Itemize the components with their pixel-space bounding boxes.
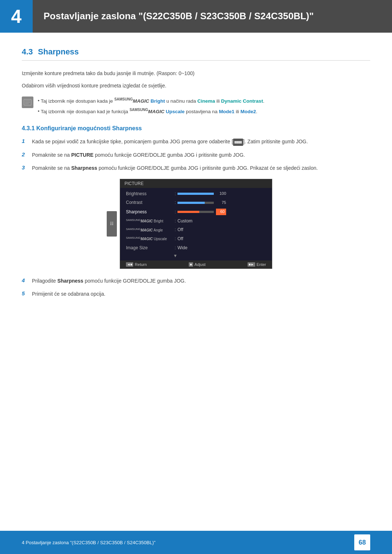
page-footer: 4 Postavljanje zaslona "(S22C350B / S23C… xyxy=(0,531,392,554)
step-4: 4 Prilagodite Sharpness pomoću funkcije … xyxy=(22,277,370,285)
osd-container: ☷ PICTURE Brightness : 100 xyxy=(22,179,370,269)
osd-num-sharpness: 60 xyxy=(216,209,226,215)
osd-label-bright: SAMSUNGMAGIC Bright xyxy=(126,218,173,224)
osd-row-upscale: SAMSUNGMAGIC Upscale : Off xyxy=(120,234,272,243)
osd-sep-1: : xyxy=(173,191,177,197)
step-number-4: 4 xyxy=(22,277,28,283)
steps-list: 1 Kada se pojavi vodič za funkcijske tip… xyxy=(22,138,370,172)
osd-bar-fill-contrast xyxy=(177,202,205,204)
step-text-3: Pomaknite se na Sharpness pomoću funkcij… xyxy=(32,164,318,172)
osd-label-sharpness: Sharpness xyxy=(126,209,173,215)
page-number: 68 xyxy=(354,534,370,550)
osd-sep-6: : xyxy=(173,236,177,242)
step-number-3: 3 xyxy=(22,164,28,171)
step-number-2: 2 xyxy=(22,151,28,157)
osd-display: PICTURE Brightness : 100 xyxy=(120,179,272,269)
osd-sep-4: : xyxy=(173,218,177,224)
osd-value-sharpness: 60 xyxy=(177,209,266,215)
osd-label-brightness: Brightness xyxy=(126,191,173,197)
section-number: 4.3 xyxy=(22,47,33,57)
step-text-1: Kada se pojavi vodič za funkcijske tipke… xyxy=(32,138,308,146)
osd-bar-fill-brightness xyxy=(177,193,214,195)
header-banner: 4 Postavljanje zaslona "(S22C350B / S23C… xyxy=(0,0,392,33)
osd-rows: Brightness : 100 Contrast : xyxy=(120,188,272,260)
subsection-heading: 4.3.1 Konfiguriranje mogućnosti Sharpnes… xyxy=(22,125,370,132)
osd-title: PICTURE xyxy=(120,179,272,188)
osd-bar-sharpness xyxy=(177,211,214,213)
main-content: 4.3 Sharpness Izmijenite konture predmet… xyxy=(0,33,392,332)
step-5: 5 Primijenit će se odabrana opcija. xyxy=(22,290,370,298)
osd-sep-2: : xyxy=(173,200,177,206)
adjust-icon: ■ xyxy=(189,262,193,267)
step-number-5: 5 xyxy=(22,290,28,296)
osd-value-contrast: 75 xyxy=(177,200,266,205)
osd-row-sharpness: Sharpness : 60 xyxy=(120,207,272,216)
osd-bar-brightness xyxy=(177,193,214,195)
osd-footer: ◄■ Return ■ Adjust ■► Enter xyxy=(120,260,272,268)
chapter-title: Postavljanje zaslona "(S22C350B / S23C35… xyxy=(33,0,324,33)
osd-val-imagesize: Wide xyxy=(177,245,187,251)
section-heading: 4.3 Sharpness xyxy=(22,47,370,61)
step-text-2: Pomaknite se na PICTURE pomoću funkcije … xyxy=(32,151,245,159)
note-lines: Taj izbornik nije dostupan kada je SAMSU… xyxy=(38,97,264,115)
section-title: Sharpness xyxy=(38,47,79,57)
enter-icon: ■► xyxy=(248,262,255,267)
jog-side-icon: ☷ xyxy=(107,211,117,237)
osd-footer-adjust-label: Adjust xyxy=(195,262,206,267)
osd-row-imagesize: Image Size : Wide xyxy=(120,243,272,253)
osd-row-brightness: Brightness : 100 xyxy=(120,189,272,198)
osd-arrow: ▼ xyxy=(126,253,177,258)
intro-text-2: Odabirom viših vrijednosti konture predm… xyxy=(22,82,370,90)
step-text-4: Prilagodite Sharpness pomoću funkcije GO… xyxy=(32,277,186,285)
chapter-number: 4 xyxy=(0,0,33,33)
note-icon xyxy=(22,97,33,108)
osd-val-angle: Off xyxy=(177,227,183,233)
osd-row-angle: SAMSUNGMAGIC Angle : Off xyxy=(120,225,272,234)
osd-val-upscale: Off xyxy=(177,236,183,242)
jog-icon: ▦▦▦ xyxy=(233,139,243,146)
osd-footer-return: ◄■ Return xyxy=(126,262,147,267)
osd-num-brightness: 100 xyxy=(216,191,226,196)
osd-arrow-row: ▼ xyxy=(120,253,272,259)
osd-row-contrast: Contrast : 75 xyxy=(120,198,272,207)
osd-label-contrast: Contrast xyxy=(126,200,173,206)
step-number-1: 1 xyxy=(22,138,28,144)
step-3: 3 Pomaknite se na Sharpness pomoću funkc… xyxy=(22,164,370,172)
note-box: Taj izbornik nije dostupan kada je SAMSU… xyxy=(22,97,370,115)
osd-num-contrast: 75 xyxy=(216,200,226,205)
osd-bar-fill-sharpness xyxy=(177,211,199,213)
intro-text-1: Izmijenite konture predmeta tako da budu… xyxy=(22,69,370,77)
step-2: 2 Pomaknite se na PICTURE pomoću funkcij… xyxy=(22,151,370,159)
osd-sep-3: : xyxy=(173,209,177,215)
osd-footer-return-label: Return xyxy=(135,262,147,267)
note-line-1: Taj izbornik nije dostupan kada je SAMSU… xyxy=(38,97,264,105)
note-line-2: Taj izbornik nije dostupan kad je funkci… xyxy=(38,107,264,115)
osd-val-bright: Custom xyxy=(177,218,192,224)
steps-list-2: 4 Prilagodite Sharpness pomoću funkcije … xyxy=(22,277,370,298)
return-icon: ◄■ xyxy=(126,262,133,267)
osd-footer-adjust: ■ Adjust xyxy=(189,262,205,267)
osd-label-angle: SAMSUNGMAGIC Angle xyxy=(126,227,173,233)
osd-label-upscale: SAMSUNGMAGIC Upscale xyxy=(126,236,173,242)
osd-label-imagesize: Image Size xyxy=(126,245,173,251)
osd-sep-7: : xyxy=(173,245,177,251)
osd-row-bright: SAMSUNGMAGIC Bright : Custom xyxy=(120,217,272,226)
osd-footer-enter: ■► Enter xyxy=(248,262,266,267)
step-text-5: Primijenit će se odabrana opcija. xyxy=(32,290,105,298)
osd-value-brightness: 100 xyxy=(177,191,266,196)
osd-sep-5: : xyxy=(173,227,177,233)
osd-bar-contrast xyxy=(177,202,214,204)
footer-text: 4 Postavljanje zaslona "(S22C350B / S23C… xyxy=(22,540,155,545)
step-1: 1 Kada se pojavi vodič za funkcijske tip… xyxy=(22,138,370,146)
osd-footer-enter-label: Enter xyxy=(257,262,266,267)
